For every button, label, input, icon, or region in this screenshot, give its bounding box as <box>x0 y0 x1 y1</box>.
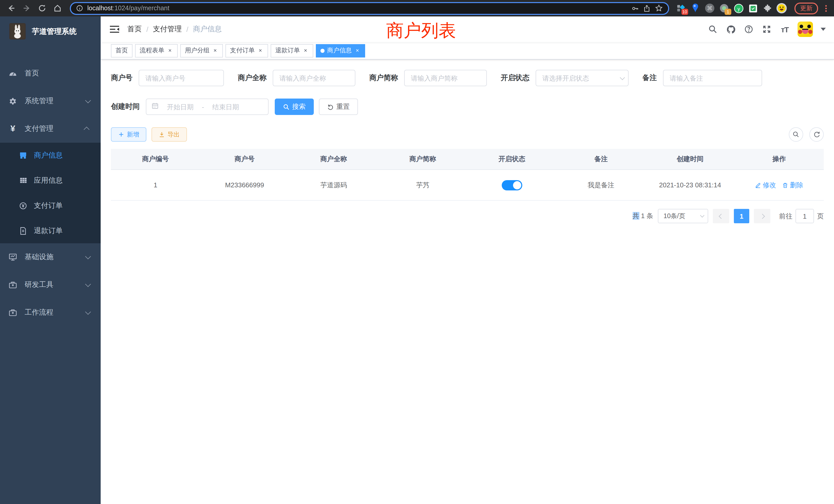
add-button[interactable]: 新增 <box>111 127 146 142</box>
sidebar-item-refund-order[interactable]: 退款订单 <box>0 218 101 243</box>
sidebar-item-home[interactable]: 首页 <box>0 60 101 87</box>
short-name-input[interactable] <box>404 70 487 86</box>
delete-link[interactable]: 删除 <box>783 180 804 190</box>
dashboard-icon <box>9 69 17 77</box>
date-end-input[interactable] <box>207 103 244 111</box>
extensions-puzzle-icon[interactable] <box>762 3 773 14</box>
tab-merchant-info[interactable]: 商户信息 <box>316 44 365 57</box>
sidebar-item-pay[interactable]: ¥ 支付管理 <box>0 115 101 143</box>
export-button[interactable]: 导出 <box>152 127 187 142</box>
url-text: localhost:1024/pay/merchant <box>87 5 627 12</box>
sidebar-item-merchant-info[interactable]: 商户信息 <box>0 143 101 168</box>
edit-link[interactable]: 修改 <box>755 180 776 190</box>
goto-page-input[interactable] <box>795 209 814 223</box>
status-select[interactable] <box>535 70 629 86</box>
bookmark-star-icon[interactable] <box>655 4 663 12</box>
edit-pen-icon <box>755 182 761 188</box>
browser-update-button[interactable]: 更新 <box>794 2 818 14</box>
extension-notes-icon[interactable] <box>747 3 759 14</box>
cell-short-name: 芋艿 <box>378 169 467 201</box>
tags-view: 首页 流程表单 用户分组 支付订单 退款订单 商户信息 <box>101 42 834 60</box>
close-icon[interactable] <box>167 47 173 54</box>
extension-command-icon[interactable]: ⌘ <box>704 3 716 14</box>
merchant-no-input[interactable] <box>139 70 224 86</box>
close-icon[interactable] <box>257 47 263 54</box>
tab-user-group[interactable]: 用户分组 <box>180 44 223 57</box>
close-icon[interactable] <box>212 47 218 54</box>
chevron-left-icon <box>719 213 724 219</box>
sidebar-item-workflow[interactable]: 工作流程 <box>0 299 101 326</box>
sidebar-item-devtools[interactable]: 研发工具 <box>0 271 101 299</box>
fullscreen-icon[interactable] <box>762 24 772 35</box>
pagination: 共 1 条 10条/页 1 前往页 <box>111 209 824 223</box>
col-merchant-no: 商户号 <box>200 149 289 169</box>
sidebar-item-system[interactable]: 系统管理 <box>0 87 101 115</box>
breadcrumb-current: 商户信息 <box>193 25 222 34</box>
pagination-total: 共 1 条 <box>632 211 653 221</box>
page-size-select[interactable]: 10条/页 <box>658 209 708 223</box>
caret-down-icon[interactable] <box>821 28 826 31</box>
date-range-picker[interactable]: - <box>146 98 269 115</box>
extension-recorder-icon[interactable]: 1 <box>719 3 730 14</box>
browser-forward-icon[interactable] <box>21 2 33 14</box>
browser-menu-icon[interactable] <box>823 4 829 13</box>
next-page-button[interactable] <box>754 209 770 223</box>
trash-icon <box>783 182 789 188</box>
breadcrumb-home[interactable]: 首页 <box>127 25 142 34</box>
sidebar-item-infra[interactable]: 基础设施 <box>0 243 101 271</box>
user-avatar[interactable] <box>797 22 813 37</box>
prev-page-button[interactable] <box>713 209 729 223</box>
app-logo[interactable]: 芋道管理系统 <box>0 17 101 46</box>
toggle-search-button[interactable] <box>789 127 803 142</box>
monitor-icon <box>9 253 17 261</box>
full-name-label: 商户全称 <box>238 73 266 83</box>
calendar-icon <box>152 102 159 111</box>
site-info-icon[interactable] <box>76 5 83 12</box>
tab-process-form[interactable]: 流程表单 <box>135 44 178 57</box>
search-icon[interactable] <box>708 24 718 35</box>
tab-pay-order[interactable]: 支付订单 <box>225 44 268 57</box>
breadcrumb-pay[interactable]: 支付管理 <box>153 25 182 34</box>
close-icon[interactable] <box>354 47 360 54</box>
sidebar-item-app-info[interactable]: 应用信息 <box>0 168 101 193</box>
reset-button[interactable]: 重置 <box>319 98 358 115</box>
browser-reload-icon[interactable] <box>36 2 48 14</box>
browser-back-icon[interactable] <box>5 2 18 14</box>
profile-avatar-icon[interactable] <box>776 3 787 14</box>
github-icon[interactable] <box>726 24 736 35</box>
annotation-title: 商户列表 <box>386 19 456 43</box>
status-toggle[interactable] <box>502 180 522 190</box>
share-icon[interactable] <box>643 4 651 12</box>
refresh-button[interactable] <box>809 127 824 142</box>
col-merchant-id: 商户编号 <box>111 149 200 169</box>
search-button[interactable]: 搜索 <box>275 98 314 115</box>
remark-input[interactable] <box>663 70 762 86</box>
extension-pin-icon[interactable] <box>690 3 701 14</box>
chevron-right-icon <box>760 213 765 219</box>
briefcase-icon <box>9 308 17 317</box>
plus-icon <box>118 131 124 138</box>
extension-badge: 10 <box>681 9 688 15</box>
create-time-label: 创建时间 <box>111 102 140 111</box>
address-bar[interactable]: localhost:1024/pay/merchant <box>70 2 669 15</box>
sidebar-collapse-icon[interactable] <box>110 25 119 33</box>
extension-devtools-icon[interactable]: 10 <box>675 3 687 14</box>
date-start-input[interactable] <box>162 103 199 111</box>
svg-text:y: y <box>737 6 740 11</box>
tab-refund-order[interactable]: 退款订单 <box>271 44 313 57</box>
logo-rabbit-icon <box>9 23 26 40</box>
browser-home-icon[interactable] <box>51 2 64 14</box>
tab-home[interactable]: 首页 <box>111 44 132 57</box>
help-icon[interactable] <box>744 24 754 35</box>
chevron-down-icon <box>85 281 91 287</box>
password-key-icon[interactable] <box>631 4 639 12</box>
font-size-icon[interactable]: тT <box>780 24 790 35</box>
close-icon[interactable] <box>303 47 309 54</box>
extension-yuque-icon[interactable]: y <box>733 3 744 14</box>
remark-label: 备注 <box>642 73 657 83</box>
full-name-input[interactable] <box>273 70 355 86</box>
col-actions: 操作 <box>734 149 824 169</box>
current-page-button[interactable]: 1 <box>734 209 749 223</box>
status-label: 开启状态 <box>501 73 529 83</box>
sidebar-item-pay-order[interactable]: 支付订单 <box>0 193 101 218</box>
